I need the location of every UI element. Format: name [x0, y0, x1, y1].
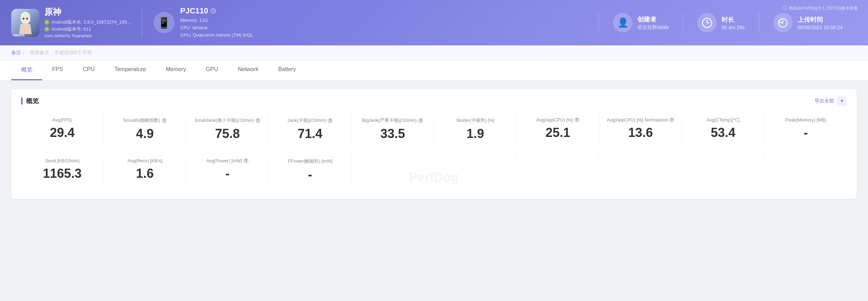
- upload-time-value: 05/08/2023 10:56:24: [798, 25, 843, 30]
- app-package: com.miHoYo.Yuanshen: [44, 33, 131, 38]
- stat-avg-appcpu-label: Avg(AppCPU) [%] ?: [523, 117, 594, 123]
- device-icon-circle: 📱: [154, 12, 175, 33]
- avg-appcpu-norm-help-icon[interactable]: ?: [669, 117, 674, 123]
- creator-value: 尼古拉斯lalala: [637, 24, 669, 31]
- stat-avg-fps: Avg(FPS) 29.4: [21, 114, 104, 143]
- stat-jank-label: Jank(卡顿)(/10min) ?: [275, 117, 346, 124]
- smooth-help-icon[interactable]: ?: [162, 118, 167, 123]
- creator-label: 创建者: [637, 15, 669, 24]
- stats-row-1-items: Avg(FPS) 29.4 Smooth(稳帧指数) ? 4.9 SmallJa…: [21, 114, 847, 144]
- stat-avg-appcpu-value: 25.1: [523, 125, 594, 140]
- tab-cpu[interactable]: CPU: [73, 61, 105, 80]
- stat-bigjank: BigJank(严重卡顿)(/10min) ? 33.5: [351, 114, 434, 144]
- jank-help-icon[interactable]: ?: [327, 118, 333, 123]
- stat-smooth-label: Smooth(稳帧指数) ?: [110, 117, 181, 124]
- device-info-icon[interactable]: ⓘ: [210, 8, 216, 14]
- device-specs: Memory: 11G CPU: lahaina GPU: Qualcomm A…: [180, 17, 253, 39]
- stat-avg-appcpu-norm-label: Avg(AppCPU) [%] Normalized ?: [605, 117, 676, 123]
- tab-gpu[interactable]: GPU: [196, 61, 228, 80]
- duration-text: 时长 0h 4m 28s: [722, 15, 744, 30]
- stat-smooth-value: 4.9: [110, 126, 181, 141]
- header-divider-1: [142, 9, 142, 37]
- avg-power-help-icon[interactable]: ?: [243, 158, 249, 163]
- creator-text: 创建者 尼古拉斯lalala: [637, 15, 669, 31]
- stat-empty-3: [517, 155, 600, 161]
- phone-icon: 📱: [157, 17, 170, 29]
- export-button[interactable]: 导出全部: [814, 98, 834, 104]
- device-info: PJC110 ⓘ Memory: 11G CPU: lahaina GPU: Q…: [180, 6, 253, 39]
- duration-value: 0h 4m 28s: [722, 25, 744, 30]
- stat-fpower-value: -: [275, 167, 346, 182]
- header-meta: 👤 创建者 尼古拉斯lalala 时长 0h 4m 28s: [599, 13, 857, 32]
- duration-label: 时长: [722, 15, 744, 24]
- note-placeholder[interactable]: 添加备注，不超过200个字符: [30, 50, 92, 55]
- section-title: 概览: [21, 97, 39, 105]
- creator-icon-circle: 👤: [613, 13, 632, 32]
- stat-bigjank-value: 33.5: [357, 126, 428, 141]
- stat-smalljank-value: 75.8: [192, 126, 263, 141]
- stat-peak-memory-label: Peak(Memory) [MB]: [770, 117, 841, 123]
- data-source: ⓘ 数据由PerfDog(9.1.230716)版本收集: [783, 5, 858, 11]
- tab-memory[interactable]: Memory: [156, 61, 196, 80]
- app-text: 原神 A Android版本名: 3.8.0_15672274_159... A…: [44, 6, 131, 39]
- tab-overview[interactable]: 概览: [11, 61, 42, 80]
- stat-bigjank-label: BigJank(严重卡顿)(/10min) ?: [357, 117, 428, 124]
- stat-send-label: Send [KB/10min]: [27, 158, 98, 163]
- stat-stutter-label: Stutter(卡顿率) [%]: [440, 117, 511, 124]
- app-name: 原神: [44, 6, 131, 18]
- stat-empty-5: [682, 155, 765, 161]
- upload-time-label: 上传时间: [798, 15, 843, 24]
- stat-avg-appcpu-norm-value: 13.6: [605, 125, 676, 140]
- stat-avg-recv-label: Avg(Recv) [KB/s]: [110, 158, 181, 163]
- app-info: miHoYo 原神 A Android版本名: 3.8.0_15672274_1…: [11, 6, 131, 39]
- stat-fpower: FPower(帧能耗) [mW] -: [269, 155, 352, 185]
- stat-smalljank: SmallJank(微小卡顿)(/10min) ? 75.8: [186, 114, 269, 144]
- tab-battery[interactable]: Battery: [268, 61, 306, 80]
- export-dropdown-button[interactable]: ▼: [837, 96, 847, 106]
- section-header: 概览 导出全部 ▼: [21, 96, 847, 106]
- history-icon: [777, 17, 788, 29]
- stat-empty-6: [764, 155, 847, 161]
- stat-peak-memory-value: -: [770, 125, 841, 140]
- smalljank-help-icon[interactable]: ?: [255, 118, 261, 123]
- upload-time-section: 上传时间 05/08/2023 10:56:24: [759, 13, 857, 32]
- stat-stutter-value: 1.9: [440, 126, 511, 141]
- svg-text:miHoYo: miHoYo: [13, 33, 25, 37]
- stat-avg-ctemp-value: 53.4: [688, 125, 759, 140]
- tab-network[interactable]: Network: [228, 61, 268, 80]
- tab-temperature[interactable]: Temperature: [105, 61, 156, 80]
- overview-card: 概览 导出全部 ▼ Avg(FPS) 29.4 Smooth(稳帧指数: [11, 89, 857, 199]
- stat-avg-ctemp-label: Avg(CTemp)[℃]: [688, 117, 759, 123]
- stat-empty-1: [351, 155, 434, 161]
- chevron-down-icon: ▼: [840, 99, 844, 104]
- stat-send-value: 1165.3: [27, 166, 98, 181]
- creator-section: 👤 创建者 尼古拉斯lalala: [599, 13, 683, 32]
- device-section: 📱 PJC110 ⓘ Memory: 11G CPU: lahaina GPU:…: [154, 6, 273, 39]
- tab-fps[interactable]: FPS: [42, 61, 73, 80]
- stat-empty-2: [434, 155, 517, 161]
- duration-icon-circle: [697, 13, 717, 32]
- data-source-icon: ⓘ: [783, 5, 788, 11]
- stat-stutter: Stutter(卡顿率) [%] 1.9: [434, 114, 517, 144]
- stat-avg-ctemp: Avg(CTemp)[℃] 53.4: [682, 114, 765, 143]
- upload-time-text: 上传时间 05/08/2023 10:56:24: [798, 15, 843, 30]
- app-icon: miHoYo: [11, 9, 39, 37]
- note-label: 备注：: [11, 50, 26, 55]
- svg-point-3: [26, 18, 28, 19]
- stat-jank-value: 71.4: [275, 126, 346, 141]
- clock-icon: [701, 17, 713, 29]
- stat-avg-appcpu: Avg(AppCPU) [%] ? 25.1: [517, 114, 600, 143]
- stat-avg-recv-value: 1.6: [110, 166, 181, 181]
- stats-row-2-items: Send [KB/10min] 1165.3 Avg(Recv) [KB/s] …: [21, 155, 847, 192]
- stat-avg-recv: Avg(Recv) [KB/s] 1.6: [104, 155, 187, 184]
- bigjank-help-icon[interactable]: ?: [418, 118, 423, 123]
- app-android-version-name: A Android版本名: 3.8.0_15672274_159...: [44, 19, 131, 25]
- duration-section: 时长 0h 4m 28s: [683, 13, 758, 32]
- avg-appcpu-help-icon[interactable]: ?: [574, 117, 580, 123]
- stat-jank: Jank(卡顿)(/10min) ? 71.4: [269, 114, 352, 144]
- user-icon: 👤: [617, 17, 629, 28]
- stat-avg-fps-value: 29.4: [27, 125, 98, 140]
- stat-smalljank-label: SmallJank(微小卡顿)(/10min) ?: [192, 117, 263, 124]
- header: miHoYo 原神 A Android版本名: 3.8.0_15672274_1…: [0, 0, 868, 45]
- svg-point-2: [23, 18, 25, 19]
